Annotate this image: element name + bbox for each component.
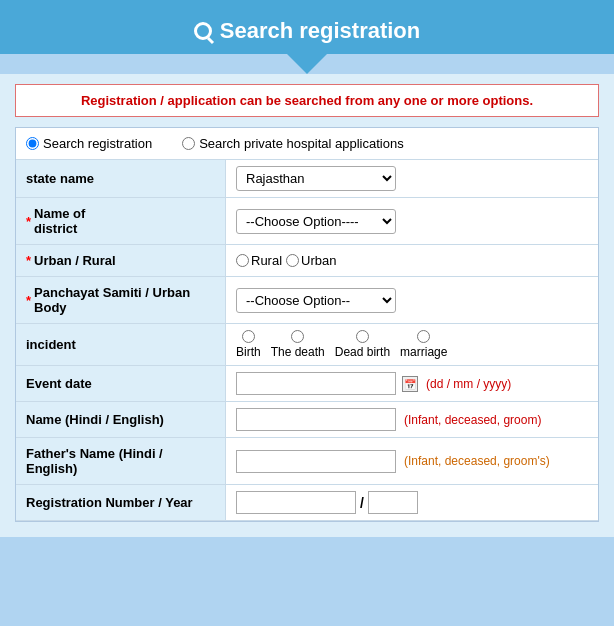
name-input-cell: (Infant, deceased, groom) xyxy=(226,402,598,437)
state-name-input-cell: Rajasthan xyxy=(226,160,598,197)
event-date-input-cell: 📅 (dd / mm / yyyy) xyxy=(226,366,598,401)
name-label-text: Name (Hindi / English) xyxy=(26,412,164,427)
state-name-label: state name xyxy=(16,160,226,197)
event-date-input[interactable] xyxy=(236,372,396,395)
search-private-label[interactable]: Search private hospital applications xyxy=(182,136,404,151)
header-arrow xyxy=(287,54,327,74)
search-private-text: Search private hospital applications xyxy=(199,136,404,151)
fathers-name-label: Father's Name (Hindi / English) xyxy=(16,438,226,484)
main-container: Registration / application can be search… xyxy=(0,74,614,537)
panchayat-label: * Panchayat Samiti / Urban Body xyxy=(16,277,226,323)
name-label: Name (Hindi / English) xyxy=(16,402,226,437)
event-date-label: Event date xyxy=(16,366,226,401)
urban-text: Urban xyxy=(301,253,336,268)
urban-rural-label: * Urban / Rural xyxy=(16,245,226,276)
page-title: Search registration xyxy=(194,18,421,44)
notice-box: Registration / application can be search… xyxy=(15,84,599,117)
district-required-star: * xyxy=(26,214,31,229)
death-text: The death xyxy=(271,345,325,359)
district-row: * Name ofdistrict --Choose Option---- xyxy=(16,198,598,245)
page-header: Search registration xyxy=(0,0,614,54)
death-option: The death xyxy=(271,330,325,359)
rural-radio[interactable] xyxy=(236,254,249,267)
search-registration-radio[interactable] xyxy=(26,137,39,150)
marriage-radio[interactable] xyxy=(417,330,430,343)
birth-radio[interactable] xyxy=(242,330,255,343)
search-private-radio[interactable] xyxy=(182,137,195,150)
event-date-hint: (dd / mm / yyyy) xyxy=(426,377,511,391)
fathers-name-input[interactable] xyxy=(236,450,396,473)
name-row: Name (Hindi / English) (Infant, deceased… xyxy=(16,402,598,438)
dead-birth-text: Dead birth xyxy=(335,345,390,359)
incident-label-text: incident xyxy=(26,337,76,352)
rural-label[interactable]: Rural xyxy=(236,253,282,268)
urban-rural-label-text: Urban / Rural xyxy=(34,253,116,268)
dead-birth-radio[interactable] xyxy=(356,330,369,343)
district-label: * Name ofdistrict xyxy=(16,198,226,244)
birth-text: Birth xyxy=(236,345,261,359)
search-registration-label[interactable]: Search registration xyxy=(26,136,152,151)
header-title-text: Search registration xyxy=(220,18,421,44)
fathers-name-input-cell: (Infant, deceased, groom's) xyxy=(226,438,598,484)
name-hint: (Infant, deceased, groom) xyxy=(404,413,541,427)
notice-text: Registration / application can be search… xyxy=(81,93,533,108)
reg-year-input[interactable] xyxy=(368,491,418,514)
urban-rural-input-cell: Rural Urban xyxy=(226,245,598,276)
urban-radio[interactable] xyxy=(286,254,299,267)
state-name-select[interactable]: Rajasthan xyxy=(236,166,396,191)
birth-option: Birth xyxy=(236,330,261,359)
reg-number-input-cell: / xyxy=(226,485,598,520)
district-label-text: Name ofdistrict xyxy=(34,206,85,236)
panchayat-required-star: * xyxy=(26,293,31,308)
reg-number-slash: / xyxy=(360,495,364,511)
calendar-icon[interactable]: 📅 xyxy=(402,376,418,392)
reg-number-label-text: Registration Number / Year xyxy=(26,495,193,510)
district-input-cell: --Choose Option---- xyxy=(226,198,598,244)
urban-rural-required-star: * xyxy=(26,253,31,268)
panchayat-select[interactable]: --Choose Option-- xyxy=(236,288,396,313)
panchayat-row: * Panchayat Samiti / Urban Body --Choose… xyxy=(16,277,598,324)
search-registration-text: Search registration xyxy=(43,136,152,151)
urban-label[interactable]: Urban xyxy=(286,253,336,268)
fathers-name-label-text: Father's Name (Hindi / English) xyxy=(26,446,215,476)
panchayat-input-cell: --Choose Option-- xyxy=(226,277,598,323)
urban-rural-row: * Urban / Rural Rural Urban xyxy=(16,245,598,277)
fathers-name-hint: (Infant, deceased, groom's) xyxy=(404,454,550,468)
death-radio[interactable] xyxy=(291,330,304,343)
district-select[interactable]: --Choose Option---- xyxy=(236,209,396,234)
reg-number-label: Registration Number / Year xyxy=(16,485,226,520)
reg-number-row: Registration Number / Year / xyxy=(16,485,598,521)
marriage-option: marriage xyxy=(400,330,447,359)
marriage-text: marriage xyxy=(400,345,447,359)
state-name-label-text: state name xyxy=(26,171,94,186)
reg-number-input[interactable] xyxy=(236,491,356,514)
event-date-label-text: Event date xyxy=(26,376,92,391)
fathers-name-row: Father's Name (Hindi / English) (Infant,… xyxy=(16,438,598,485)
name-input[interactable] xyxy=(236,408,396,431)
form-container: Search registration Search private hospi… xyxy=(15,127,599,522)
state-name-row: state name Rajasthan xyxy=(16,160,598,198)
incident-label: incident xyxy=(16,324,226,365)
panchayat-label-text: Panchayat Samiti / Urban Body xyxy=(34,285,215,315)
rural-text: Rural xyxy=(251,253,282,268)
dead-birth-option: Dead birth xyxy=(335,330,390,359)
search-icon xyxy=(194,22,212,40)
incident-row: incident Birth The death Dead birth mar xyxy=(16,324,598,366)
event-date-row: Event date 📅 (dd / mm / yyyy) xyxy=(16,366,598,402)
incident-options: Birth The death Dead birth marriage xyxy=(226,324,598,365)
search-type-row: Search registration Search private hospi… xyxy=(16,128,598,160)
